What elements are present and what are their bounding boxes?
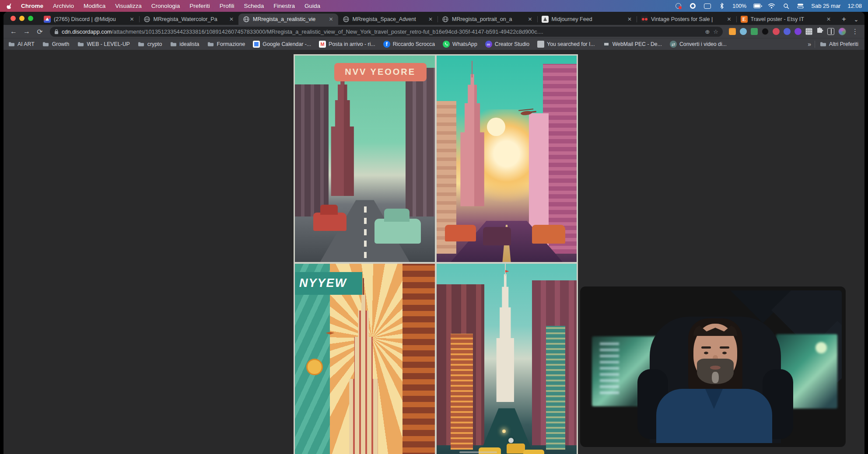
tab-close-icon[interactable]: ✕	[626, 16, 633, 23]
tab-watercolor[interactable]: MRregista_Watercolor_Pa ✕	[139, 14, 239, 25]
menu-item-guida[interactable]: Guida	[304, 3, 320, 9]
creator-studio-icon: ∞	[485, 41, 492, 48]
zoom-window-button[interactable]	[28, 16, 33, 21]
poster-tl-title: NVV YEOORE	[345, 67, 416, 77]
tab-portrait[interactable]: MRregista_portrait_on_a ✕	[438, 14, 537, 25]
apple-menu-icon[interactable]	[6, 3, 13, 10]
tab-close-icon[interactable]: ✕	[328, 16, 335, 23]
indigo-extension-icon[interactable]	[784, 28, 791, 35]
wifi-icon[interactable]	[768, 2, 775, 10]
tab-search-chevron-icon[interactable]: ⌄	[850, 14, 862, 25]
menu-item-finestra[interactable]: Finestra	[273, 3, 295, 9]
poster-bl-title: NYYEW	[299, 276, 347, 290]
tab-close-icon[interactable]: ✕	[726, 16, 733, 23]
globe-favicon	[243, 16, 250, 23]
purple-extension-icon[interactable]	[794, 28, 802, 35]
screen-recording-icon[interactable]	[675, 2, 682, 10]
menu-item-profili[interactable]: Profili	[220, 3, 234, 9]
red-extension-icon[interactable]	[773, 28, 780, 35]
menu-item-archivio[interactable]: Archivio	[53, 3, 74, 9]
poster-title-band: NYYEW	[295, 272, 362, 295]
screenshot-extension-icon[interactable]	[805, 28, 812, 35]
close-window-button[interactable]	[10, 16, 16, 21]
menu-item-modifica[interactable]: Modifica	[84, 3, 105, 9]
tab-close-icon[interactable]: ✕	[129, 16, 136, 23]
translate-icon[interactable]: ⊕	[705, 28, 710, 35]
back-button[interactable]: ←	[8, 26, 19, 37]
folder-icon	[42, 41, 49, 48]
menu-item-visualizza[interactable]: Visualizza	[115, 3, 142, 9]
menu-bar-time[interactable]: 12:08	[847, 3, 862, 9]
bookmark-google-calendar[interactable]: Google Calendar -...	[253, 41, 311, 48]
folder-icon	[8, 41, 15, 48]
new-tab-button[interactable]: +	[838, 14, 850, 25]
tab-realistic-view-active[interactable]: MRregista_a_realistic_vie ✕	[238, 14, 338, 25]
macos-menu-bar: Chrome Archivio Modifica Visualizza Cron…	[0, 0, 868, 12]
bookmark-facebook-profile[interactable]: fRiccardo Scrocca	[383, 41, 435, 48]
bookmark-folder-ai-art[interactable]: AI ART	[8, 41, 35, 48]
bluetooth-icon[interactable]	[718, 2, 725, 10]
profile-avatar[interactable]	[838, 28, 846, 35]
poster-title-banner: NVV YEOORE	[334, 63, 427, 81]
bookmark-folder-idealista[interactable]: idealista	[170, 41, 199, 48]
webcam-video	[584, 290, 842, 443]
folder-icon	[819, 41, 826, 48]
etsy-favicon: E	[741, 16, 748, 23]
tab-space-adventure[interactable]: MRregista_Space_Advent ✕	[338, 14, 438, 25]
folder-icon	[207, 41, 214, 48]
menu-item-cronologia[interactable]: Cronologia	[151, 3, 180, 9]
tab-close-icon[interactable]: ✕	[825, 16, 832, 23]
control-center-icon[interactable]	[797, 2, 804, 10]
battery-percent: 100%	[732, 3, 746, 9]
menu-bar-date[interactable]: Sab 25 mar	[811, 3, 840, 9]
menu-item-scheda[interactable]: Scheda	[244, 3, 264, 9]
bookmark-folder-web-level-up[interactable]: WEB - LEVEL-UP	[77, 41, 130, 48]
page-icon	[537, 41, 544, 48]
address-bar[interactable]: cdn.discordapp.com /attachments/10135123…	[50, 27, 723, 37]
tab-vintage-posters[interactable]: Vintage Posters for Sale | ✕	[637, 14, 736, 25]
battery-icon[interactable]	[753, 2, 761, 10]
menu-item-chrome[interactable]: Chrome	[21, 3, 43, 9]
minimize-window-button[interactable]	[19, 16, 24, 21]
other-bookmarks-folder[interactable]: Altri Preferiti	[819, 41, 858, 48]
tab-midjourney-feed[interactable]: Midjourney Feed ✕	[537, 14, 637, 25]
bookmarks-separator	[815, 41, 815, 48]
tab-close-icon[interactable]: ✕	[228, 16, 235, 23]
bookmark-creator-studio[interactable]: ∞Creator Studio	[485, 41, 529, 48]
desktop: Chrome Archivio Modifica Visualizza Cron…	[0, 0, 868, 454]
bookmark-folder-growth[interactable]: Growth	[42, 41, 70, 48]
bookmark-folder-crypto[interactable]: crypto	[138, 41, 162, 48]
display-icon[interactable]	[704, 2, 711, 10]
bookmark-converti-video[interactable]: ⇄Converti i video di...	[670, 41, 727, 48]
bookmark-folder-formazione[interactable]: Formazione	[207, 41, 245, 48]
tab-discord[interactable]: (2765) Discord | @Midjou ✕	[39, 14, 139, 25]
reload-button[interactable]: ⟳	[34, 26, 46, 37]
bookmark-gmail-inbox[interactable]: MPosta in arrivo - ri...	[319, 41, 375, 48]
tab-strip: (2765) Discord | @Midjou ✕ MRregista_Wat…	[4, 12, 864, 25]
midjourney-image-grid[interactable]: NVV YEOORE NYYEW	[294, 54, 578, 454]
vintage-posters-favicon	[641, 16, 648, 23]
sidepanel-icon[interactable]	[827, 28, 834, 35]
metamask-extension-icon[interactable]	[729, 28, 736, 35]
blue-extension-icon[interactable]	[740, 28, 747, 35]
horizontal-scrollbar[interactable]	[459, 451, 497, 453]
bookmark-star-icon[interactable]: ☆	[713, 28, 718, 35]
tab-close-icon[interactable]: ✕	[427, 16, 434, 23]
green-extension-icon[interactable]	[751, 28, 758, 35]
dark-extension-icon[interactable]	[762, 28, 769, 35]
url-domain: cdn.discordapp.com	[62, 28, 112, 35]
chrome-menu-kebab-icon[interactable]: ⋮	[850, 28, 860, 35]
camera-app-icon[interactable]	[689, 2, 696, 10]
tab-close-icon[interactable]: ✕	[527, 16, 534, 23]
tab-etsy[interactable]: E Travel poster - Etsy IT ✕	[736, 14, 836, 25]
globe-favicon	[343, 16, 350, 23]
bookmark-you-searched[interactable]: You searched for I...	[537, 41, 595, 48]
bookmark-whatsapp[interactable]: WhatsApp	[443, 41, 477, 48]
menu-item-preferiti[interactable]: Preferiti	[189, 3, 210, 9]
bookmarks-overflow-chevron[interactable]: »	[804, 41, 815, 48]
feed-favicon	[542, 16, 549, 23]
bookmark-webmail-pec[interactable]: WebMail PEC - De...	[603, 41, 662, 48]
extensions-puzzle-icon[interactable]	[816, 27, 823, 36]
spotlight-search-icon[interactable]	[782, 2, 790, 10]
forward-button[interactable]: →	[21, 26, 32, 37]
